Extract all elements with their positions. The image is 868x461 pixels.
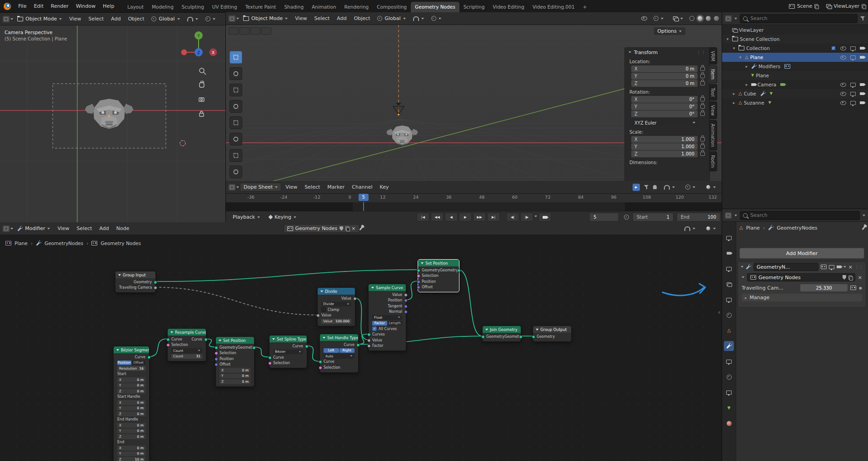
node-header[interactable]: Bézier Segment	[114, 346, 149, 353]
menu-add[interactable]: Add	[334, 14, 349, 23]
node-header[interactable]: Set Position	[418, 260, 459, 266]
snap-selector[interactable]	[410, 15, 427, 22]
copy-icon[interactable]	[345, 226, 349, 230]
node-header[interactable]: Group Output	[533, 326, 571, 333]
scale-y-field[interactable]: Y1.000	[631, 143, 698, 150]
cursor-tool[interactable]	[229, 67, 242, 80]
proportional-edit-selector[interactable]	[202, 15, 219, 22]
decorator-dot[interactable]: ●	[859, 286, 862, 290]
view-options-dropdown[interactable]	[703, 184, 719, 190]
checkbox-clamp[interactable]	[321, 307, 326, 312]
orientation-selector[interactable]: Global	[148, 15, 183, 23]
manage-subpanel[interactable]: ▸ Manage	[742, 294, 862, 301]
filter-icon[interactable]	[644, 185, 649, 190]
toggle-camera-icon[interactable]	[860, 83, 864, 86]
timeline-track[interactable]	[226, 202, 722, 211]
socket-geometry-out[interactable]	[519, 335, 523, 339]
node-header[interactable]: Set Handle Type	[320, 334, 358, 341]
socket-curves-in[interactable]	[367, 333, 371, 336]
properties-tab-render[interactable]	[724, 248, 734, 258]
menu-object[interactable]: Object	[125, 15, 148, 23]
jump-start-button[interactable]: |◀	[417, 213, 429, 221]
lock-icon[interactable]	[700, 81, 705, 85]
socket-selection-in[interactable]	[166, 343, 170, 347]
overlays-dropdown[interactable]	[703, 225, 719, 232]
region-expand-arrow[interactable]: ‹	[718, 309, 720, 316]
playback-menu[interactable]: Playback	[229, 213, 263, 221]
node-vector-field-y[interactable]: Y0 m	[117, 429, 145, 434]
socket-value-in[interactable]	[316, 314, 320, 317]
menu-select[interactable]: Select	[311, 14, 333, 23]
close-icon[interactable]: ×	[848, 264, 853, 270]
menu-select[interactable]: Select	[85, 15, 107, 23]
node-vector-field-x[interactable]: X0 m	[117, 446, 145, 451]
node-vector-field-z[interactable]: Z0 m	[117, 411, 145, 416]
navigation-gizmo[interactable]: Y Z X	[181, 31, 217, 56]
rotation-z-field[interactable]: Z0°	[631, 110, 698, 117]
outliner-row-plane[interactable]: ▾△Plane	[722, 53, 868, 62]
rotation-x-field[interactable]: X0°	[631, 96, 698, 103]
node-button-length[interactable]: Length	[388, 321, 403, 326]
clock-icon[interactable]	[624, 215, 629, 220]
menu-node[interactable]: Node	[113, 224, 133, 233]
close-icon[interactable]: ×	[351, 225, 355, 231]
node-button-left[interactable]: Left	[324, 348, 339, 353]
menu-select[interactable]: Select	[301, 183, 323, 191]
socket-selection-in[interactable]	[319, 366, 322, 370]
topbar-menu-window[interactable]: Window	[72, 2, 99, 10]
workspace-tab-geometry-nodes[interactable]: Geometry Nodes	[411, 2, 459, 12]
socket-geometry-out[interactable]	[252, 346, 256, 350]
node-vector-field-y[interactable]: Y0 m	[117, 383, 145, 388]
viewport-corner-buttons[interactable]	[229, 27, 271, 35]
dopesheet-editor-icon[interactable]	[229, 184, 235, 190]
input-attribute-toggle-icon[interactable]	[850, 286, 856, 290]
workspace-tab-texture-paint[interactable]: Texture Paint	[241, 2, 280, 12]
node-dropdown-b-zier[interactable]: Bézier	[273, 350, 303, 355]
toggle-camera-icon[interactable]	[860, 56, 864, 59]
options-button[interactable]: Options	[654, 27, 685, 35]
node-vector-field-y[interactable]: Y0 m	[219, 374, 250, 379]
dopesheet-mode-dropdown[interactable]: Dope Sheet	[240, 183, 281, 191]
socket-travelling-camera-out[interactable]	[154, 286, 157, 290]
socket-selection-in[interactable]	[417, 274, 420, 278]
node-field-resolution[interactable]: Resolution16	[117, 366, 145, 371]
topbar-menu-file[interactable]: File	[15, 2, 30, 10]
timeline-ruler[interactable]: -36-24-12012243648607284961081201325	[226, 192, 722, 203]
lock-icon[interactable]	[700, 74, 705, 78]
proportional-edit-selector[interactable]	[428, 15, 444, 22]
socket-offset-in[interactable]	[417, 286, 420, 289]
modifier-panel-header[interactable]: GeometryN... × ⋮⋮	[738, 262, 866, 272]
workspace-tab-animation[interactable]: Animation	[308, 2, 340, 12]
camera-object[interactable]	[393, 103, 404, 115]
node-header[interactable]: Resample Curve	[168, 329, 206, 336]
menu-view[interactable]: View	[66, 15, 84, 23]
prev-marker-button[interactable]: ◀|	[506, 213, 519, 221]
properties-tab-scene[interactable]	[724, 295, 734, 305]
outliner-row-collection[interactable]: ▾Collection✓	[722, 44, 868, 53]
node-editor-icon[interactable]	[3, 225, 10, 232]
rotation-mode-dropdown[interactable]: XYZ Euler	[631, 119, 698, 126]
properties-tab-output[interactable]	[724, 264, 734, 274]
node-header[interactable]: Set Spline Type	[269, 336, 307, 342]
outliner-row-modifiers[interactable]: ▸Modifiers	[722, 62, 868, 71]
node-header[interactable]: Sample Curve	[369, 284, 406, 291]
socket-curve-out[interactable]	[356, 343, 360, 347]
outliner-row-viewlayer[interactable]: ViewLayer	[722, 25, 868, 35]
properties-tab-object-data[interactable]: ▼	[724, 403, 734, 413]
toggle-screen-icon[interactable]	[850, 101, 856, 105]
menu-view[interactable]: View	[54, 224, 72, 233]
topbar-menu-render[interactable]: Render	[47, 2, 72, 10]
menu-channel[interactable]: Channel	[349, 183, 375, 191]
node-bezier_segment[interactable]: Bézier SegmentCurvePositionOffsetResolut…	[113, 346, 150, 461]
socket-geometry-in[interactable]	[417, 269, 420, 272]
properties-tab-view-layer[interactable]	[724, 279, 734, 289]
socket-curve-out[interactable]	[305, 345, 309, 348]
outliner-row-scene-collection[interactable]: ▾Scene Collection	[722, 35, 868, 44]
node-field-count[interactable]: Count31	[171, 354, 202, 359]
properties-tab-material[interactable]	[724, 418, 734, 428]
location-z-field[interactable]: Z0 m	[631, 80, 698, 87]
shading-wireframe-button[interactable]	[689, 16, 694, 21]
node-dropdown-divide[interactable]: Divide	[321, 302, 351, 307]
node-divide[interactable]: DivideValueDivideClampValueValue100.000	[317, 287, 355, 326]
node-vector-field-x[interactable]: X0 m	[117, 377, 145, 382]
